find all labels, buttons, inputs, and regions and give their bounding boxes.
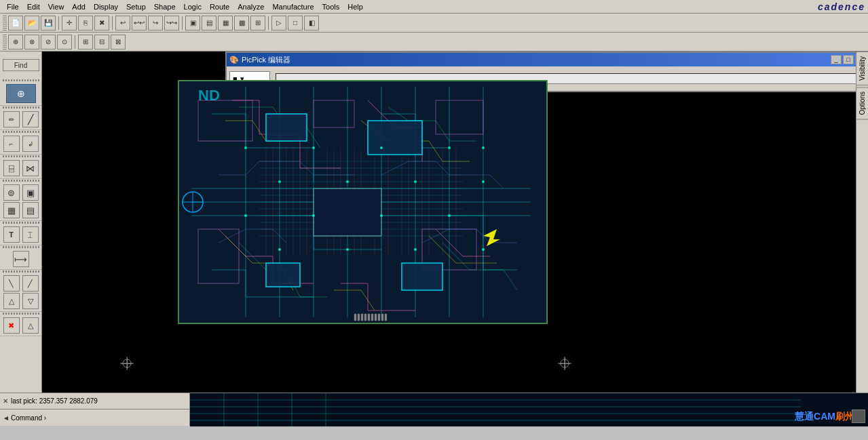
sidebar-btn-text[interactable]: T — [3, 226, 20, 243]
sidebar-btn-route2[interactable]: ⋈ — [22, 160, 39, 176]
sidebar-sep7 — [3, 246, 39, 248]
svg-point-61 — [312, 214, 315, 217]
sidebar-btn-place[interactable]: ⌸ — [3, 160, 20, 176]
menu-manufacture[interactable]: Manufacture — [268, 1, 318, 12]
move-button[interactable]: ✛ — [62, 16, 77, 31]
canvas-area[interactable]: 🎨 PicPick 编辑器 _ □ ✕ ■ ▾ — [42, 52, 856, 393]
menu-display[interactable]: Display — [90, 1, 122, 12]
sidebar-btn-pad[interactable]: ▣ — [22, 184, 39, 201]
tb2-btn4[interactable]: ⊙ — [57, 35, 72, 49]
sidebar-btn-s5[interactable]: ✖ — [3, 317, 20, 334]
svg-rect-85 — [385, 314, 387, 321]
copy-button[interactable]: ⎘ — [78, 16, 93, 31]
sidebar-btn-dim[interactable]: ⌶ — [22, 226, 39, 243]
left-sidebar: Find ⊕ ✏ ╱ ⌐ ↲ ⌸ ⋈ — [0, 52, 42, 393]
undo-button[interactable]: ↩ — [115, 16, 130, 31]
sidebar-btn-s2[interactable]: ╱ — [22, 275, 39, 292]
picpick-maximize[interactable]: □ — [843, 55, 854, 64]
svg-rect-48 — [266, 114, 307, 141]
picpick-title-area: 🎨 PicPick 编辑器 — [229, 55, 290, 65]
menu-tools[interactable]: Tools — [318, 1, 344, 12]
svg-rect-82 — [375, 314, 377, 321]
tb-extra4[interactable]: ▩ — [234, 16, 249, 31]
svg-rect-78 — [361, 314, 363, 321]
menu-setup[interactable]: Setup — [122, 1, 150, 12]
tb2-btn5[interactable]: ⊞ — [78, 35, 93, 49]
menu-edit[interactable]: Edit — [23, 1, 44, 12]
delete-button[interactable]: ✖ — [94, 16, 109, 31]
tb2-btn3[interactable]: ⊘ — [41, 35, 56, 49]
menu-shape[interactable]: Shape — [150, 1, 180, 12]
sidebar-btn-draw[interactable]: ✏ — [3, 111, 20, 127]
sidebar-sep8 — [3, 271, 39, 273]
sidebar-sep9 — [3, 313, 39, 315]
open-button[interactable]: 📂 — [24, 16, 39, 31]
redo2-button[interactable]: ↪↪ — [164, 16, 179, 31]
menu-file[interactable]: File — [3, 1, 23, 12]
tb2-btn6[interactable]: ⊟ — [94, 35, 109, 49]
sidebar-btn-s1[interactable]: ╲ — [3, 275, 20, 292]
save-button[interactable]: 💾 — [41, 16, 56, 31]
svg-rect-80 — [368, 314, 370, 321]
menu-analyze[interactable]: Analyze — [233, 1, 268, 12]
sidebar-btn-via[interactable]: ⊚ — [3, 184, 20, 201]
picpick-minimize[interactable]: _ — [831, 55, 842, 64]
redo-button[interactable]: ↪ — [148, 16, 163, 31]
sidebar-btn-s4[interactable]: ▽ — [22, 293, 39, 309]
command-text[interactable]: Command › — [11, 414, 46, 422]
menu-view[interactable]: View — [44, 1, 69, 12]
sidebar-btn-line[interactable]: ╱ — [22, 111, 39, 127]
tb-extra5[interactable]: ⊞ — [250, 16, 265, 31]
svg-point-58 — [346, 180, 349, 183]
tb-extra8[interactable]: ◧ — [304, 16, 319, 31]
svg-point-67 — [482, 248, 485, 251]
svg-rect-83 — [378, 314, 380, 321]
svg-point-56 — [448, 146, 451, 149]
options-tab[interactable]: Options — [856, 87, 868, 119]
sep2 — [112, 16, 113, 30]
menu-logic[interactable]: Logic — [180, 1, 206, 12]
sidebar-row10: ✖ △ — [3, 317, 39, 334]
sep1 — [58, 16, 59, 30]
svg-point-63 — [448, 214, 451, 217]
sidebar-btn-measure[interactable]: ⟼ — [13, 251, 29, 267]
tb-extra6[interactable]: ▷ — [271, 16, 286, 31]
sidebar-section1: ⊕ — [0, 82, 41, 106]
svg-text:ND: ND — [198, 87, 220, 104]
tb-extra3[interactable]: ▦ — [218, 16, 233, 31]
undo2-button[interactable]: ↩↩ — [132, 16, 147, 31]
sidebar-btn-poly[interactable]: ⌐ — [3, 136, 20, 152]
sep5 — [75, 35, 75, 49]
svg-point-62 — [380, 214, 383, 217]
tb-extra1[interactable]: ▣ — [185, 16, 200, 31]
sidebar-btn-arc[interactable]: ↲ — [22, 136, 39, 152]
right-sidebar: Visibility Options — [856, 52, 868, 393]
menu-add[interactable]: Add — [68, 1, 90, 12]
sidebar-row5: ▦ ▤ — [3, 201, 39, 219]
tb-extra7[interactable]: □ — [288, 16, 303, 31]
svg-rect-49 — [368, 121, 422, 155]
picpick-controls: _ □ ✕ — [831, 55, 856, 64]
menu-help[interactable]: Help — [343, 1, 367, 12]
tb2-btn2[interactable]: ⊗ — [24, 35, 39, 49]
new-button[interactable]: 📄 — [8, 16, 23, 31]
sidebar-btn-s6[interactable]: △ — [22, 317, 39, 334]
svg-rect-81 — [371, 314, 373, 321]
tb2-btn1[interactable]: ⊕ — [8, 35, 23, 49]
svg-point-59 — [414, 180, 417, 183]
svg-point-57 — [278, 180, 281, 183]
find-tab[interactable]: Find — [3, 59, 39, 71]
visibility-tab[interactable]: Visibility — [856, 52, 868, 85]
sidebar-btn-flood[interactable]: ▤ — [22, 202, 39, 218]
sidebar-section9: ✖ △ — [0, 315, 41, 336]
svg-point-66 — [414, 248, 417, 251]
svg-point-64 — [278, 248, 281, 251]
sidebar-btn-copper[interactable]: ▦ — [3, 202, 20, 218]
tb-extra2[interactable]: ▤ — [202, 16, 216, 31]
pcb-board[interactable]: ND — [178, 80, 548, 324]
menu-route[interactable]: Route — [206, 1, 233, 12]
sidebar-btn-select[interactable]: ⊕ — [6, 84, 36, 103]
sidebar-btn-s3[interactable]: △ — [3, 293, 20, 309]
tb2-btn7[interactable]: ⊠ — [111, 35, 126, 49]
sep3 — [182, 16, 183, 30]
